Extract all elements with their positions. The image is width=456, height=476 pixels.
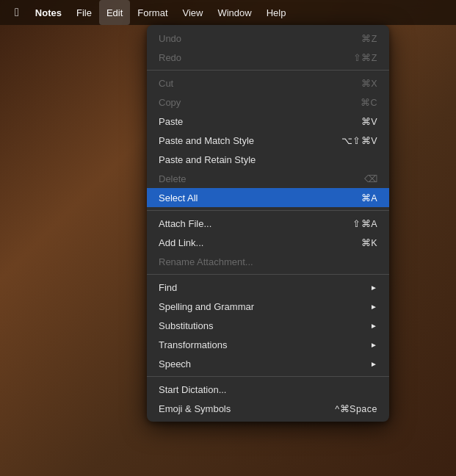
menu-item-substitutions[interactable]: Substitutions ► (147, 316, 389, 335)
menu-item-transformations[interactable]: Transformations ► (147, 335, 389, 354)
menu-item-undo[interactable]: Undo ⌘Z (147, 29, 389, 48)
menu-item-paste[interactable]: Paste ⌘V (147, 112, 389, 131)
menu-item-paste-match-shortcut: ⌥⇧⌘V (341, 135, 377, 146)
menu-item-redo[interactable]: Redo ⇧⌘Z (147, 48, 389, 67)
menu-item-speech[interactable]: Speech ► (147, 354, 389, 373)
menu-item-undo-label: Undo (159, 33, 181, 44)
submenu-arrow-substitutions: ► (370, 322, 377, 330)
submenu-arrow-speech: ► (370, 360, 377, 368)
menubar-edit[interactable]: Edit (99, 0, 130, 25)
menu-item-add-link[interactable]: Add Link... ⌘K (147, 233, 389, 252)
separator-1 (147, 70, 389, 71)
menu-item-speech-label: Speech (159, 358, 191, 369)
menu-item-copy[interactable]: Copy ⌘C (147, 93, 389, 112)
separator-4 (147, 376, 389, 377)
menu-item-cut-shortcut: ⌘X (361, 78, 377, 89)
menubar-file[interactable]: File (69, 0, 99, 25)
menu-item-delete[interactable]: Delete ⌫ (147, 169, 389, 188)
menu-item-attach-file-label: Attach File... (159, 218, 211, 229)
menubar-help[interactable]: Help (259, 0, 294, 25)
submenu-arrow-transformations: ► (370, 341, 377, 349)
menu-item-paste-shortcut: ⌘V (361, 116, 377, 127)
menu-item-select-all[interactable]: Select All ⌘A (147, 188, 389, 207)
menu-item-add-link-shortcut: ⌘K (361, 237, 377, 248)
menu-item-paste-retain[interactable]: Paste and Retain Style (147, 150, 389, 169)
separator-3 (147, 274, 389, 275)
apple-menu[interactable]:  (6, 0, 28, 25)
menu-item-select-all-label: Select All (159, 192, 198, 203)
menu-item-substitutions-label: Substitutions (159, 320, 213, 331)
menu-item-cut-label: Cut (159, 78, 173, 89)
menu-item-paste-match-label: Paste and Match Style (159, 135, 254, 146)
menu-item-rename-attachment[interactable]: Rename Attachment... (147, 252, 389, 271)
submenu-arrow-find: ► (370, 284, 377, 292)
menu-item-copy-label: Copy (159, 97, 181, 108)
edit-menu: Undo ⌘Z Redo ⇧⌘Z Cut ⌘X Copy ⌘C Paste ⌘V… (147, 25, 389, 422)
menu-item-paste-retain-label: Paste and Retain Style (159, 154, 256, 165)
menu-item-start-dictation[interactable]: Start Dictation... (147, 380, 389, 399)
menubar-format[interactable]: Format (130, 0, 175, 25)
menu-item-attach-file[interactable]: Attach File... ⇧⌘A (147, 214, 389, 233)
menu-item-add-link-label: Add Link... (159, 237, 203, 248)
menu-item-attach-file-shortcut: ⇧⌘A (352, 218, 377, 229)
menubar:  Notes File Edit Format View Window Hel… (0, 0, 456, 25)
menu-item-select-all-shortcut: ⌘A (361, 192, 377, 203)
menu-item-emoji-symbols-shortcut: ^⌘Space (335, 403, 377, 414)
menu-item-emoji-symbols-label: Emoji & Symbols (159, 403, 231, 414)
menu-item-rename-attachment-label: Rename Attachment... (159, 256, 253, 267)
menu-item-paste-match[interactable]: Paste and Match Style ⌥⇧⌘V (147, 131, 389, 150)
menu-item-paste-label: Paste (159, 116, 183, 127)
menubar-window[interactable]: Window (210, 0, 258, 25)
menu-item-undo-shortcut: ⌘Z (361, 33, 377, 44)
separator-2 (147, 210, 389, 211)
submenu-arrow-spelling: ► (370, 303, 377, 311)
menu-item-spelling-grammar-label: Spelling and Grammar (159, 301, 254, 312)
menu-item-redo-label: Redo (159, 52, 181, 63)
menu-item-find-label: Find (159, 282, 177, 293)
menubar-view[interactable]: View (175, 0, 211, 25)
menu-item-transformations-label: Transformations (159, 339, 227, 350)
menu-item-cut[interactable]: Cut ⌘X (147, 73, 389, 93)
menu-item-copy-shortcut: ⌘C (361, 97, 377, 108)
menu-item-start-dictation-label: Start Dictation... (159, 384, 226, 395)
menu-item-spelling-grammar[interactable]: Spelling and Grammar ► (147, 297, 389, 316)
menu-item-emoji-symbols[interactable]: Emoji & Symbols ^⌘Space (147, 399, 389, 418)
menu-item-delete-shortcut: ⌫ (364, 173, 378, 184)
menubar-notes[interactable]: Notes (28, 0, 69, 25)
menu-item-delete-label: Delete (159, 173, 187, 184)
menu-item-redo-shortcut: ⇧⌘Z (353, 52, 377, 63)
menu-item-find[interactable]: Find ► (147, 278, 389, 297)
